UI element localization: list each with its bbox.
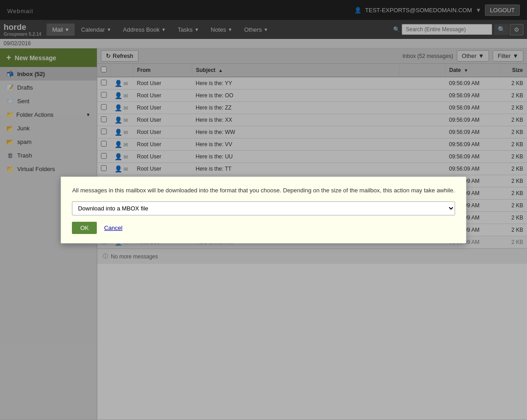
dialog-format-select[interactable]: Download into a MBOX fileDownload into a… bbox=[72, 201, 455, 215]
dialog-message: All messages in this mailbox will be dow… bbox=[72, 186, 455, 195]
dialog-ok-button[interactable]: OK bbox=[72, 222, 97, 234]
dialog: All messages in this mailbox will be dow… bbox=[61, 177, 466, 243]
dialog-overlay: All messages in this mailbox will be dow… bbox=[0, 0, 527, 420]
dialog-cancel-button[interactable]: Cancel bbox=[100, 222, 126, 234]
dialog-buttons: OK Cancel bbox=[72, 222, 455, 234]
